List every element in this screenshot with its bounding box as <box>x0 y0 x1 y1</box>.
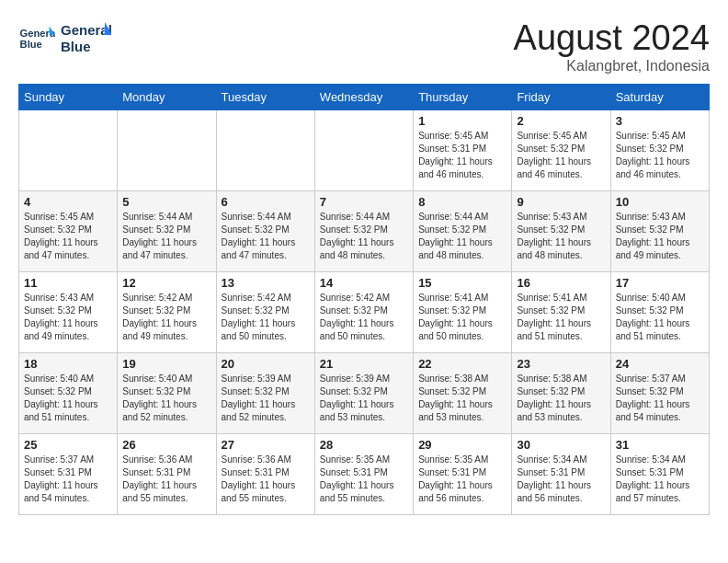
day-number: 14 <box>320 276 408 290</box>
calendar-cell: 6Sunrise: 5:44 AM Sunset: 5:32 PM Daylig… <box>216 191 314 272</box>
day-number: 6 <box>222 195 310 209</box>
location: Kalangbret, Indonesia <box>514 58 710 75</box>
day-number: 31 <box>616 438 704 452</box>
calendar-cell: 17Sunrise: 5:40 AM Sunset: 5:32 PM Dayli… <box>610 272 709 353</box>
day-number: 24 <box>616 357 704 371</box>
week-row-2: 4Sunrise: 5:45 AM Sunset: 5:32 PM Daylig… <box>19 191 710 272</box>
calendar-cell: 28Sunrise: 5:35 AM Sunset: 5:31 PM Dayli… <box>314 434 413 515</box>
calendar-cell <box>314 110 413 191</box>
day-number: 1 <box>418 114 506 128</box>
day-info: Sunrise: 5:44 AM Sunset: 5:32 PM Dayligh… <box>418 211 506 262</box>
day-info: Sunrise: 5:45 AM Sunset: 5:32 PM Dayligh… <box>24 211 112 262</box>
weekday-header-tuesday: Tuesday <box>216 85 314 110</box>
day-number: 22 <box>418 357 506 371</box>
month-title: August 2024 <box>514 18 710 58</box>
day-number: 27 <box>222 438 310 452</box>
calendar-cell: 3Sunrise: 5:45 AM Sunset: 5:32 PM Daylig… <box>610 110 709 191</box>
day-number: 16 <box>517 276 605 290</box>
day-number: 8 <box>418 195 506 209</box>
day-number: 3 <box>616 114 704 128</box>
day-info: Sunrise: 5:34 AM Sunset: 5:31 PM Dayligh… <box>616 454 704 505</box>
day-info: Sunrise: 5:35 AM Sunset: 5:31 PM Dayligh… <box>320 454 408 505</box>
day-number: 5 <box>122 195 210 209</box>
calendar-cell: 29Sunrise: 5:35 AM Sunset: 5:31 PM Dayli… <box>414 434 512 515</box>
day-number: 18 <box>24 357 112 371</box>
day-number: 28 <box>320 438 408 452</box>
title-block: August 2024 Kalangbret, Indonesia <box>514 18 710 75</box>
calendar-cell: 9Sunrise: 5:43 AM Sunset: 5:32 PM Daylig… <box>512 191 610 272</box>
calendar-cell: 22Sunrise: 5:38 AM Sunset: 5:32 PM Dayli… <box>414 353 512 434</box>
week-row-5: 25Sunrise: 5:37 AM Sunset: 5:31 PM Dayli… <box>19 434 710 515</box>
day-number: 30 <box>517 438 605 452</box>
day-number: 12 <box>122 276 210 290</box>
calendar-cell: 27Sunrise: 5:36 AM Sunset: 5:31 PM Dayli… <box>216 434 314 515</box>
day-info: Sunrise: 5:43 AM Sunset: 5:32 PM Dayligh… <box>616 211 704 262</box>
day-number: 7 <box>320 195 408 209</box>
calendar-cell: 5Sunrise: 5:44 AM Sunset: 5:32 PM Daylig… <box>118 191 216 272</box>
calendar-cell: 18Sunrise: 5:40 AM Sunset: 5:32 PM Dayli… <box>19 353 118 434</box>
day-number: 17 <box>616 276 704 290</box>
calendar-table: SundayMondayTuesdayWednesdayThursdayFrid… <box>18 84 710 515</box>
day-info: Sunrise: 5:37 AM Sunset: 5:32 PM Dayligh… <box>616 373 704 424</box>
day-info: Sunrise: 5:40 AM Sunset: 5:32 PM Dayligh… <box>24 373 112 424</box>
weekday-header-thursday: Thursday <box>414 85 512 110</box>
day-number: 25 <box>24 438 112 452</box>
day-info: Sunrise: 5:38 AM Sunset: 5:32 PM Dayligh… <box>418 373 506 424</box>
day-info: Sunrise: 5:36 AM Sunset: 5:31 PM Dayligh… <box>222 454 310 505</box>
header-row: SundayMondayTuesdayWednesdayThursdayFrid… <box>19 85 710 110</box>
day-info: Sunrise: 5:44 AM Sunset: 5:32 PM Dayligh… <box>320 211 408 262</box>
weekday-header-monday: Monday <box>118 85 216 110</box>
calendar-cell: 15Sunrise: 5:41 AM Sunset: 5:32 PM Dayli… <box>414 272 512 353</box>
calendar-cell: 24Sunrise: 5:37 AM Sunset: 5:32 PM Dayli… <box>610 353 709 434</box>
day-number: 4 <box>24 195 112 209</box>
day-info: Sunrise: 5:45 AM Sunset: 5:32 PM Dayligh… <box>517 130 605 181</box>
day-info: Sunrise: 5:43 AM Sunset: 5:32 PM Dayligh… <box>24 292 112 343</box>
day-number: 2 <box>517 114 605 128</box>
week-row-3: 11Sunrise: 5:43 AM Sunset: 5:32 PM Dayli… <box>19 272 710 353</box>
weekday-header-saturday: Saturday <box>610 85 709 110</box>
day-number: 26 <box>122 438 210 452</box>
day-number: 21 <box>320 357 408 371</box>
day-number: 19 <box>122 357 210 371</box>
day-number: 10 <box>616 195 704 209</box>
day-info: Sunrise: 5:43 AM Sunset: 5:32 PM Dayligh… <box>517 211 605 262</box>
page-header: General Blue General Blue General Blue A… <box>18 18 710 75</box>
svg-text:Blue: Blue <box>20 39 42 50</box>
day-info: Sunrise: 5:41 AM Sunset: 5:32 PM Dayligh… <box>418 292 506 343</box>
calendar-cell: 16Sunrise: 5:41 AM Sunset: 5:32 PM Dayli… <box>512 272 610 353</box>
logo-graphic: General Blue <box>61 18 111 59</box>
calendar-cell: 21Sunrise: 5:39 AM Sunset: 5:32 PM Dayli… <box>314 353 413 434</box>
day-number: 20 <box>222 357 310 371</box>
logo-icon: General Blue <box>18 20 55 57</box>
day-info: Sunrise: 5:44 AM Sunset: 5:32 PM Dayligh… <box>122 211 210 262</box>
calendar-cell: 12Sunrise: 5:42 AM Sunset: 5:32 PM Dayli… <box>118 272 216 353</box>
calendar-cell: 2Sunrise: 5:45 AM Sunset: 5:32 PM Daylig… <box>512 110 610 191</box>
logo: General Blue General Blue General Blue <box>18 18 111 59</box>
calendar-cell: 20Sunrise: 5:39 AM Sunset: 5:32 PM Dayli… <box>216 353 314 434</box>
calendar-cell: 14Sunrise: 5:42 AM Sunset: 5:32 PM Dayli… <box>314 272 413 353</box>
day-info: Sunrise: 5:38 AM Sunset: 5:32 PM Dayligh… <box>517 373 605 424</box>
day-info: Sunrise: 5:45 AM Sunset: 5:32 PM Dayligh… <box>616 130 704 181</box>
weekday-header-sunday: Sunday <box>19 85 118 110</box>
calendar-cell: 4Sunrise: 5:45 AM Sunset: 5:32 PM Daylig… <box>19 191 118 272</box>
calendar-cell: 30Sunrise: 5:34 AM Sunset: 5:31 PM Dayli… <box>512 434 610 515</box>
calendar-cell: 8Sunrise: 5:44 AM Sunset: 5:32 PM Daylig… <box>414 191 512 272</box>
day-info: Sunrise: 5:37 AM Sunset: 5:31 PM Dayligh… <box>24 454 112 505</box>
calendar-cell <box>216 110 314 191</box>
day-number: 29 <box>418 438 506 452</box>
week-row-1: 1Sunrise: 5:45 AM Sunset: 5:31 PM Daylig… <box>19 110 710 191</box>
calendar-cell: 26Sunrise: 5:36 AM Sunset: 5:31 PM Dayli… <box>118 434 216 515</box>
day-info: Sunrise: 5:41 AM Sunset: 5:32 PM Dayligh… <box>517 292 605 343</box>
day-info: Sunrise: 5:34 AM Sunset: 5:31 PM Dayligh… <box>517 454 605 505</box>
day-info: Sunrise: 5:45 AM Sunset: 5:31 PM Dayligh… <box>418 130 506 181</box>
calendar-cell <box>19 110 118 191</box>
calendar-cell <box>118 110 216 191</box>
weekday-header-wednesday: Wednesday <box>314 85 413 110</box>
week-row-4: 18Sunrise: 5:40 AM Sunset: 5:32 PM Dayli… <box>19 353 710 434</box>
day-info: Sunrise: 5:42 AM Sunset: 5:32 PM Dayligh… <box>320 292 408 343</box>
day-number: 9 <box>517 195 605 209</box>
day-info: Sunrise: 5:44 AM Sunset: 5:32 PM Dayligh… <box>222 211 310 262</box>
day-number: 23 <box>517 357 605 371</box>
svg-text:General: General <box>61 22 111 38</box>
calendar-cell: 11Sunrise: 5:43 AM Sunset: 5:32 PM Dayli… <box>19 272 118 353</box>
